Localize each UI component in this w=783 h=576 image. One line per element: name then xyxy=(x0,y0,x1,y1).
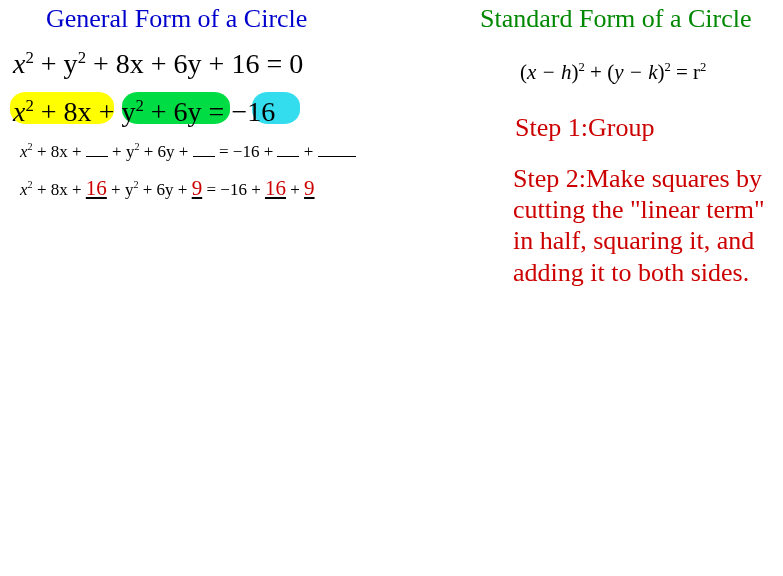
eq1-exp2: 2 xyxy=(78,48,86,67)
step-1-label: Step 1:Group xyxy=(480,97,780,143)
eq4-rhs: = −16 + xyxy=(202,180,265,199)
eq3-blank1 xyxy=(86,140,108,157)
eq4-y: + y xyxy=(107,180,134,199)
eq3-y: + y xyxy=(108,142,135,161)
eq3-blank2 xyxy=(193,140,215,157)
eq4-fill-16a: 16 xyxy=(86,176,107,200)
eq2-exp2: 2 xyxy=(135,96,143,115)
eq4-8x: + 8x + xyxy=(33,180,86,199)
eq2-8x: + 8x xyxy=(34,97,92,128)
std-xmh: x − h xyxy=(527,60,572,84)
equation-grouped-container: x2 + 8x + y2 + 6y = −16 xyxy=(10,90,470,132)
std-ymk: y − k xyxy=(614,60,657,84)
std-eq-r: = r xyxy=(671,60,700,84)
std-plus-lparen2: + ( xyxy=(585,60,614,84)
eq3-blank4 xyxy=(318,140,356,157)
eq4-plus: + xyxy=(286,180,304,199)
eq4-fill-16b: 16 xyxy=(265,176,286,200)
eq4-x: x xyxy=(20,180,28,199)
eq2-x: x xyxy=(13,97,25,128)
equation-grouped: x2 + 8x + y2 + 6y = −16 xyxy=(13,96,470,128)
eq4-fill-9b: 9 xyxy=(304,176,315,200)
eq2-exp1: 2 xyxy=(25,96,33,115)
eq1-x: x xyxy=(13,48,25,79)
eq4-fill-9a: 9 xyxy=(192,176,203,200)
title-general-form: General Form of a Circle xyxy=(10,0,470,42)
std-rparen1: ) xyxy=(572,60,579,84)
eq2-6y: + 6y xyxy=(144,97,202,128)
equation-blanks: x2 + 8x + + y2 + 6y + = −16 + + xyxy=(10,132,470,172)
eq1-plus-y: + y xyxy=(34,48,78,79)
eq2-rhs: = −16 xyxy=(202,97,276,128)
eq2-y: + y xyxy=(92,97,136,128)
title-standard-form: Standard Form of a Circle xyxy=(480,0,780,42)
eq1-exp1: 2 xyxy=(25,48,33,67)
step-2-label: Step 2:Make squares by cutting the "line… xyxy=(480,143,780,288)
std-exp3: 2 xyxy=(700,60,706,74)
eq1-rest: + 8x + 6y + 16 = 0 xyxy=(86,48,303,79)
eq3-6y: + 6y + xyxy=(140,142,193,161)
eq3-8x: + 8x + xyxy=(33,142,86,161)
eq3-plus: + xyxy=(299,142,317,161)
eq3-blank3 xyxy=(277,140,299,157)
std-lparen1: ( xyxy=(520,60,527,84)
equation-filled: x2 + 8x + 16 + y2 + 6y + 9 = −16 + 16 + … xyxy=(10,172,470,209)
eq3-rhs: = −16 + xyxy=(215,142,278,161)
eq4-6y: + 6y + xyxy=(139,180,192,199)
equation-general-form: x2 + y2 + 8x + 6y + 16 = 0 xyxy=(10,42,470,90)
equation-standard-form: (x − h)2 + (y − k)2 = r2 xyxy=(480,42,780,97)
eq3-x: x xyxy=(20,142,28,161)
